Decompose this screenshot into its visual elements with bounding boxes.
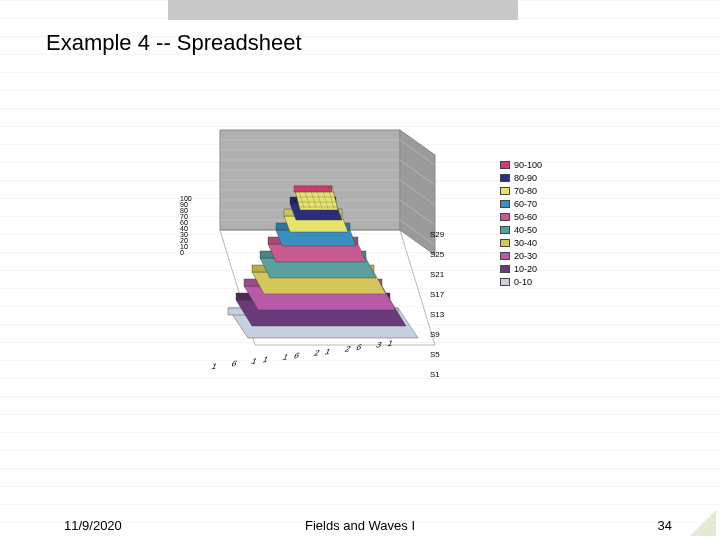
legend-item: 10-20 (500, 264, 542, 274)
legend-item: 70-80 (500, 186, 542, 196)
surface-svg (200, 120, 460, 370)
legend-item: 90-100 (500, 160, 542, 170)
legend-swatch (500, 239, 510, 247)
legend: 90-10080-9070-8060-7050-6040-5030-4020-3… (500, 160, 542, 290)
legend-label: 40-50 (514, 225, 537, 235)
y-tick: S5 (430, 350, 444, 359)
y-tick: S1 (430, 370, 444, 379)
y-tick: S9 (430, 330, 444, 339)
legend-label: 20-30 (514, 251, 537, 261)
legend-swatch (500, 187, 510, 195)
legend-swatch (500, 174, 510, 182)
footer-title: Fields and Waves I (0, 518, 720, 533)
legend-swatch (500, 252, 510, 260)
legend-label: 70-80 (514, 186, 537, 196)
legend-swatch (500, 265, 510, 273)
legend-label: 10-20 (514, 264, 537, 274)
legend-item: 60-70 (500, 199, 542, 209)
svg-marker-36 (294, 186, 332, 192)
y-tick: S13 (430, 310, 444, 319)
legend-item: 0-10 (500, 277, 542, 287)
legend-item: 80-90 (500, 173, 542, 183)
legend-item: 40-50 (500, 225, 542, 235)
legend-swatch (500, 200, 510, 208)
svg-marker-27 (268, 244, 366, 262)
y-axis-ticks: S29S25S21S17S13S9S5S1 (430, 230, 444, 390)
y-tick: S25 (430, 250, 444, 259)
z-axis-ticks: 10090807060403020100 (180, 195, 192, 255)
chart-3d-surface (200, 120, 460, 370)
page-corner-fold (690, 510, 716, 536)
legend-label: 90-100 (514, 160, 542, 170)
y-tick: S21 (430, 270, 444, 279)
legend-label: 0-10 (514, 277, 532, 287)
legend-swatch (500, 161, 510, 169)
legend-item: 50-60 (500, 212, 542, 222)
legend-swatch (500, 226, 510, 234)
legend-label: 30-40 (514, 238, 537, 248)
legend-swatch (500, 278, 510, 286)
svg-marker-29 (276, 230, 356, 246)
legend-label: 80-90 (514, 173, 537, 183)
legend-swatch (500, 213, 510, 221)
top-bar (168, 0, 518, 20)
footer-page: 34 (658, 518, 672, 533)
legend-item: 30-40 (500, 238, 542, 248)
legend-label: 60-70 (514, 199, 537, 209)
page-title: Example 4 -- Spreadsheet (46, 30, 302, 56)
y-tick: S29 (430, 230, 444, 239)
legend-item: 20-30 (500, 251, 542, 261)
y-tick: S17 (430, 290, 444, 299)
legend-label: 50-60 (514, 212, 537, 222)
